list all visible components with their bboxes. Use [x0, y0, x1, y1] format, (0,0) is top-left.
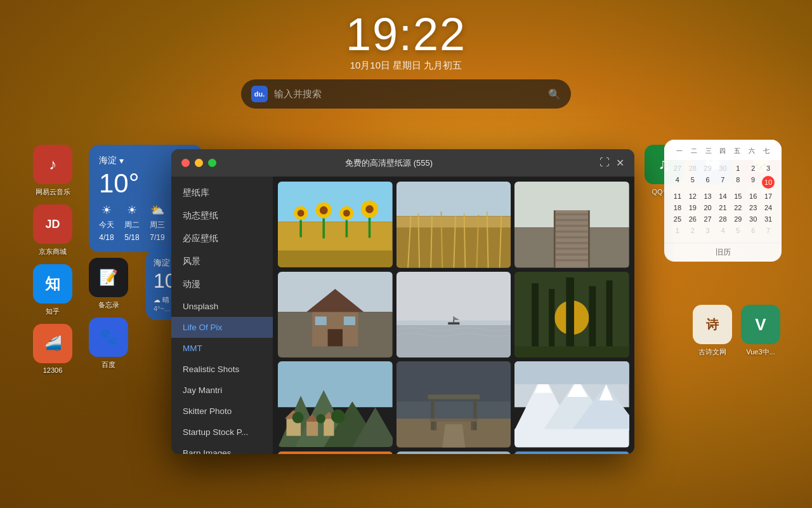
photo-landscape2[interactable] — [396, 451, 511, 455]
search-icon: 🔍 — [548, 88, 561, 100]
app-netease-music[interactable]: ♪ 网易云音乐 — [33, 145, 72, 197]
sidebar-item-unsplash[interactable]: Unsplash — [171, 296, 273, 317]
sidebar-item-jaymantri[interactable]: Jay Mantri — [171, 380, 273, 401]
svg-rect-70 — [306, 422, 318, 436]
svg-point-12 — [365, 205, 374, 213]
svg-rect-81 — [428, 394, 479, 399]
app-sidebar: 壁纸库 动态壁纸 必应壁纸 风景 动漫 Unsplash Life Of Pix… — [171, 177, 273, 454]
photo-grid — [278, 182, 629, 454]
photo-snowy[interactable] — [514, 361, 629, 448]
apps-left-col2: 📝 备忘录 🐾 百度 — [89, 258, 128, 370]
close-icon[interactable]: ✕ — [616, 157, 624, 169]
svg-rect-30 — [556, 213, 588, 216]
calendar-today: 10 — [762, 176, 775, 189]
svg-rect-14 — [278, 250, 393, 267]
svg-rect-7 — [322, 218, 325, 239]
app-title-actions: ⛶ ✕ — [599, 157, 624, 169]
svg-rect-47 — [344, 316, 355, 325]
svg-marker-87 — [442, 424, 465, 447]
svg-rect-35 — [556, 242, 588, 244]
weather-day-tue: ☀ 周二 5/18 — [124, 203, 140, 242]
svg-rect-32 — [556, 225, 588, 227]
svg-rect-113 — [514, 451, 629, 455]
sidebar-item-lifeofpix[interactable]: Life Of Pix — [171, 317, 273, 338]
svg-rect-4 — [299, 220, 302, 237]
svg-rect-105 — [396, 451, 511, 455]
svg-rect-37 — [556, 253, 588, 256]
svg-rect-15 — [396, 182, 511, 216]
svg-rect-96 — [514, 361, 629, 384]
svg-rect-72 — [324, 418, 334, 436]
sidebar-item-bing[interactable]: 必应壁纸 — [171, 227, 273, 250]
sidebar-item-mmt[interactable]: MMT — [171, 338, 273, 359]
photo-grid-area — [273, 177, 634, 454]
svg-rect-33 — [556, 231, 588, 233]
svg-rect-34 — [556, 236, 588, 239]
photo-boat[interactable] — [396, 272, 511, 358]
photo-wheat[interactable] — [396, 182, 511, 268]
photo-bridge[interactable] — [514, 182, 629, 268]
svg-rect-51 — [448, 322, 459, 324]
app-titlebar: 免费的高清壁纸源 (555) ⛶ ✕ — [171, 149, 634, 177]
sidebar-item-realistic[interactable]: Realistic Shots — [171, 359, 273, 380]
svg-rect-86 — [471, 422, 474, 431]
wallpaper-app-window: 免费的高清壁纸源 (555) ⛶ ✕ 壁纸库 动态壁纸 必应壁纸 风景 动漫 U… — [171, 149, 634, 454]
photo-sky[interactable] — [514, 451, 629, 455]
sidebar-item-dynamic[interactable]: 动态壁纸 — [171, 204, 273, 227]
svg-point-6 — [320, 206, 328, 215]
svg-rect-36 — [556, 248, 588, 250]
sidebar-item-skitter[interactable]: Skitter Photo — [171, 401, 273, 422]
photo-shelter[interactable] — [396, 361, 511, 448]
app-baidu[interactable]: 🐾 百度 — [89, 318, 128, 370]
app-vue3[interactable]: V Vue3中... — [741, 305, 780, 357]
svg-point-76 — [331, 410, 345, 424]
app-memo[interactable]: 📝 备忘录 — [89, 258, 128, 310]
clock-area: 19:22 10月10日 星期日 九月初五 — [346, 11, 466, 72]
sidebar-item-anime[interactable]: 动漫 — [171, 273, 273, 296]
clock-time: 19:22 — [346, 11, 466, 57]
calendar-widget: 一 二 三 四 五 六 七 27 28 29 30 1 2 3 4 5 6 7 … — [664, 140, 782, 262]
app-jd[interactable]: JD 京东商城 — [33, 204, 72, 257]
fullscreen-icon[interactable]: ⛶ — [599, 157, 610, 169]
app-zhihu[interactable]: 知 知乎 — [33, 264, 72, 316]
sidebar-item-barn[interactable]: Barn Images — [171, 443, 273, 454]
app-body: 壁纸库 动态壁纸 必应壁纸 风景 动漫 Unsplash Life Of Pix… — [171, 177, 634, 454]
svg-rect-62 — [514, 346, 629, 358]
photo-sunflowers[interactable] — [278, 182, 393, 267]
svg-rect-10 — [346, 220, 348, 237]
svg-rect-45 — [328, 329, 343, 346]
svg-rect-59 — [566, 277, 575, 358]
weather-day-today: ☀ 今天 4/18 — [99, 203, 114, 242]
apps-right-bottom: 诗 古诗文网 V Vue3中... — [693, 305, 780, 357]
svg-rect-49 — [396, 323, 511, 358]
calendar-header: 一 二 三 四 五 六 七 — [664, 140, 782, 160]
sidebar-item-library[interactable]: 壁纸库 — [171, 182, 273, 204]
sidebar-item-startup[interactable]: Startup Stock P... — [171, 422, 273, 443]
sidebar-item-scenery[interactable]: 风景 — [171, 250, 273, 273]
svg-rect-95 — [514, 429, 629, 448]
svg-rect-85 — [433, 422, 436, 431]
svg-rect-31 — [556, 219, 588, 222]
svg-rect-13 — [369, 218, 371, 238]
svg-point-3 — [298, 210, 304, 217]
baidu-search-logo: du. — [251, 86, 268, 102]
photo-sunset-mountain[interactable] — [278, 451, 393, 455]
app-title: 免费的高清壁纸源 (555) — [183, 157, 594, 169]
search-bar[interactable]: du. 输入并搜索 🔍 — [241, 79, 571, 109]
app-12306[interactable]: 🚄 12306 — [33, 324, 72, 374]
app-gushiwen[interactable]: 诗 古诗文网 — [693, 305, 732, 357]
svg-rect-61 — [606, 280, 613, 358]
svg-point-75 — [317, 414, 325, 423]
clock-date: 10月10日 星期日 九月初五 — [346, 60, 466, 72]
search-placeholder: 输入并搜索 — [274, 88, 542, 100]
photo-mountain-village[interactable] — [278, 361, 393, 447]
photo-cabin[interactable] — [278, 272, 393, 358]
weather-day-wed: ⛅ 周三 7/19 — [150, 203, 165, 242]
svg-rect-84 — [429, 418, 478, 422]
svg-rect-98 — [278, 451, 393, 455]
svg-rect-38 — [556, 259, 588, 262]
photo-forest[interactable] — [514, 272, 629, 358]
calendar-footer: 旧历 — [664, 243, 782, 262]
svg-rect-46 — [315, 316, 327, 325]
svg-point-74 — [292, 411, 304, 423]
